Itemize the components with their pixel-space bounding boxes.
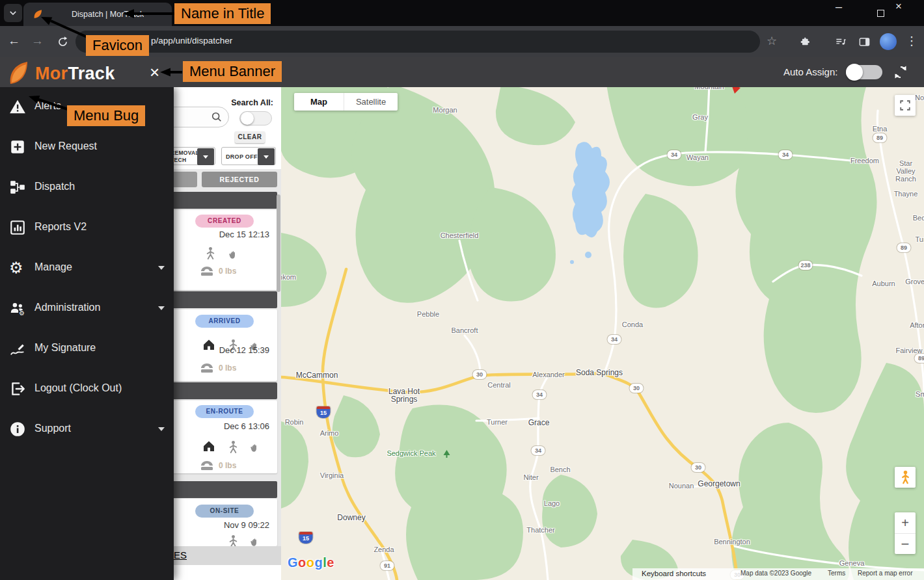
status-tab-rejected[interactable]: REJECTED (202, 172, 277, 187)
panel-scrollbar[interactable] (277, 194, 280, 292)
browser-tab[interactable]: Dispatch | MorTrack × (23, 3, 172, 26)
map-label: McCammon (296, 371, 338, 379)
google-logo-letter: g (315, 555, 323, 570)
sidebar-item-support[interactable]: Support (0, 419, 174, 445)
route-shield: 91 (381, 561, 394, 570)
screen: MorganGrayMountainNordicEtnaFreedomStar … (0, 0, 924, 580)
auto-assign-toggle[interactable] (846, 65, 882, 79)
search-all-toggle[interactable] (239, 111, 272, 125)
brand-mor: Mor (35, 64, 68, 83)
footer-partial-heading: ES (174, 549, 187, 560)
window-minimize-button[interactable]: – (836, 0, 865, 26)
map-label: Turnerville (916, 235, 924, 243)
route-shield: 89 (873, 133, 887, 142)
sidebar-item-label: Reports V2 (34, 221, 87, 233)
map-label: Soda Springs (576, 369, 623, 376)
tab-search-button[interactable] (4, 4, 22, 22)
forward-button[interactable]: → (31, 34, 47, 49)
map-label: Afton (910, 321, 924, 329)
annotation-favicon: Favicon (86, 35, 149, 56)
auto-assign-label: Auto Assign: (783, 66, 837, 77)
toggle-knob (846, 64, 863, 81)
extensions-puzzle-icon[interactable] (798, 34, 813, 49)
dispatch-icon (9, 179, 26, 196)
window-maximize-button[interactable] (865, 0, 895, 26)
url-text: p/app/unit/dispatcher (151, 36, 232, 46)
terms-link[interactable]: Terms (828, 570, 845, 577)
report-map-error-link[interactable]: Report a map error (858, 570, 912, 577)
map-label: Lava Hot Springs (388, 388, 420, 403)
route-shield: 238 (798, 261, 812, 270)
map-label: Georgetown (698, 480, 740, 488)
card-datetime: Nov 9 09:22 (224, 520, 269, 530)
chevron-down-icon (158, 266, 165, 270)
people-gear-icon: ⚙ (9, 300, 26, 317)
profile-avatar[interactable] (880, 33, 897, 50)
reload-button[interactable] (55, 34, 70, 49)
map-canvas[interactable]: MorganGrayMountainNordicEtnaFreedomStar … (281, 85, 924, 580)
chevron-down-icon (158, 427, 165, 431)
map-label: Freedom (850, 157, 879, 165)
fullscreen-button[interactable] (895, 95, 916, 116)
media-queue-icon[interactable] (833, 34, 849, 49)
drop-off-caret-button[interactable] (258, 148, 275, 165)
map-label: Auburn (872, 280, 895, 287)
pegman-control[interactable] (895, 467, 916, 488)
back-button[interactable]: ← (8, 34, 23, 49)
toggle-knob (241, 112, 254, 125)
interstate-shield: 15 (317, 406, 331, 418)
keyboard-shortcuts-button[interactable]: Keyboard shortcuts (642, 570, 706, 577)
sidebar-item-reports-v2[interactable]: Reports V2 (0, 217, 174, 243)
map-label: Central (487, 381, 510, 389)
removal-tech-caret-button[interactable] (197, 148, 214, 165)
map-label: Wayan (686, 153, 709, 161)
sidebar-item-logout[interactable]: Logout (Clock Out) (0, 378, 174, 404)
favicon-leaf-icon (33, 9, 43, 22)
map-type-map-button[interactable]: Map (294, 93, 344, 111)
map-label: Star Valley Ranch (895, 159, 916, 183)
map-label: Sedgwick Peak (387, 449, 435, 457)
zoom-out-button[interactable]: − (895, 533, 916, 554)
google-logo[interactable]: Google (288, 555, 334, 570)
sidebar-item-label: Administration (34, 302, 100, 313)
sidebar-item-manage[interactable]: ⚙ Manage (0, 257, 174, 283)
drop-off-filter[interactable]: DROP OFF (221, 147, 276, 165)
sidebar-item-dispatch[interactable]: Dispatch (0, 177, 174, 203)
status-badge: ON-SITE (195, 505, 254, 518)
walking-person-icon (204, 246, 217, 263)
map-type-satellite-button[interactable]: Satellite (344, 93, 398, 111)
refresh-icon[interactable] (893, 64, 908, 83)
route-shield: 34 (668, 150, 681, 159)
map-label: Smoot (916, 390, 924, 398)
side-panel-icon[interactable] (856, 34, 872, 49)
scale-icon (199, 362, 215, 377)
map-label: Grover (905, 278, 924, 285)
route-shield: 34 (608, 335, 621, 344)
google-logo-letter: G (288, 555, 298, 570)
window-close-button[interactable]: × (895, 0, 924, 26)
map-label-layer: MorganGrayMountainNordicEtnaFreedomStar … (281, 85, 924, 580)
clear-button[interactable]: CLEAR (235, 131, 265, 143)
map-label: Arimo (320, 429, 339, 437)
sidebar-item-new-request[interactable]: New Request (0, 137, 174, 163)
map-label: Morgan (433, 106, 457, 114)
status-badge: ARRIVED (195, 315, 254, 328)
weight-value: 0 lbs (219, 461, 236, 470)
sidebar-item-administration[interactable]: ⚙ Administration (0, 298, 174, 324)
map-label: Niter (523, 473, 538, 481)
fullscreen-icon (899, 99, 911, 111)
map-label: Pebble (417, 310, 439, 318)
weight-value: 0 lbs (219, 267, 236, 276)
scale-icon (199, 265, 215, 280)
map-label: Turner (487, 418, 508, 426)
kebab-menu-icon[interactable]: ⋮ (906, 34, 921, 49)
bookmark-star-icon[interactable]: ☆ (767, 34, 782, 49)
map-label: Geneva (839, 559, 865, 567)
map-label: Chesterfield (441, 231, 479, 239)
search-all-label: Search All: (231, 98, 273, 107)
map-label: Virginia (320, 471, 344, 479)
menu-close-icon[interactable]: × (150, 62, 159, 83)
sidebar-item-label: Logout (Clock Out) (34, 382, 122, 394)
zoom-in-button[interactable]: + (895, 512, 916, 533)
sidebar-item-my-signature[interactable]: My Signature (0, 338, 174, 364)
